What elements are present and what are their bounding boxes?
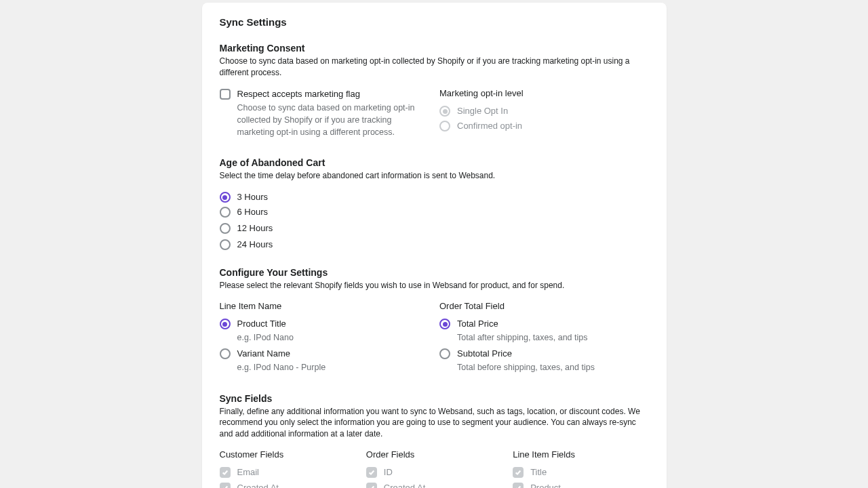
abandoned-1-label: 6 Hours: [237, 206, 649, 218]
variant-name-help: e.g. IPod Nano - Purple: [237, 361, 429, 373]
marketing-consent-title: Marketing Consent: [220, 43, 649, 54]
sync-settings-card: Sync Settings Marketing Consent Choose t…: [202, 3, 667, 488]
single-optin-radio: [439, 106, 450, 117]
line-item-name-label: Line Item Name: [220, 301, 429, 311]
field-checkbox: [366, 467, 377, 478]
abandoned-0-label: 3 Hours: [237, 191, 649, 203]
total-price-radio[interactable]: [439, 319, 450, 329]
respect-marketing-label: Respect accepts marketing flag: [237, 88, 429, 100]
product-title-radio[interactable]: [220, 319, 231, 329]
abandoned-3-label: 24 Hours: [237, 239, 649, 251]
field-checkbox: [220, 483, 231, 488]
field-label: Created At: [237, 482, 355, 488]
variant-name-radio[interactable]: [220, 348, 231, 359]
customer-fields-label: Customer Fields: [220, 449, 355, 460]
field-label: ID: [384, 466, 502, 479]
field-checkbox: [513, 467, 524, 478]
abandoned-cart-desc: Select the time delay before abandoned c…: [220, 170, 649, 182]
field-label: Title: [530, 466, 648, 479]
abandoned-2-label: 12 Hours: [237, 222, 649, 235]
abandoned-1-radio[interactable]: [220, 207, 231, 218]
abandoned-cart-section: Age of Abandoned Cart Select the time de…: [220, 157, 649, 252]
lineitem-fields-label: Line Item Fields: [513, 449, 648, 460]
field-checkbox: [220, 467, 231, 478]
confirmed-optin-label: Confirmed opt-in: [457, 120, 649, 132]
configure-desc: Please select the relevant Shopify field…: [220, 280, 649, 291]
marketing-optin-level-label: Marketing opt-in level: [439, 88, 649, 98]
field-label: Created At: [384, 482, 502, 488]
abandoned-cart-title: Age of Abandoned Cart: [220, 157, 649, 168]
order-total-field-label: Order Total Field: [439, 301, 649, 311]
field-label: Email: [237, 466, 355, 479]
subtotal-price-help: Total before shipping, taxes, and tips: [457, 361, 649, 373]
single-optin-label: Single Opt In: [457, 105, 649, 117]
marketing-consent-section: Marketing Consent Choose to sync data ba…: [220, 43, 649, 142]
product-title-help: e.g. IPod Nano: [237, 331, 429, 344]
page-title: Sync Settings: [220, 16, 649, 28]
total-price-label: Total Price: [457, 318, 649, 330]
configure-section: Configure Your Settings Please select th…: [220, 267, 649, 378]
configure-title: Configure Your Settings: [220, 267, 649, 278]
subtotal-price-radio[interactable]: [439, 348, 450, 359]
subtotal-price-label: Subtotal Price: [457, 348, 649, 360]
field-label: Product: [530, 482, 648, 488]
sync-fields-desc: Finally, define any additional informati…: [220, 406, 649, 440]
product-title-label: Product Title: [237, 318, 429, 330]
abandoned-3-radio[interactable]: [220, 239, 231, 250]
field-checkbox: [513, 483, 524, 488]
sync-fields-section: Sync Fields Finally, define any addition…: [220, 393, 649, 488]
abandoned-0-radio[interactable]: [220, 192, 231, 203]
sync-fields-title: Sync Fields: [220, 393, 649, 404]
total-price-help: Total after shipping, taxes, and tips: [457, 331, 649, 344]
abandoned-2-radio[interactable]: [220, 223, 231, 234]
confirmed-optin-radio: [439, 121, 450, 131]
respect-marketing-checkbox[interactable]: [220, 89, 231, 100]
field-checkbox: [366, 483, 377, 488]
respect-marketing-help: Choose to sync data based on marketing o…: [237, 102, 429, 138]
variant-name-label: Variant Name: [237, 348, 429, 360]
order-fields-label: Order Fields: [366, 449, 502, 460]
marketing-consent-desc: Choose to sync data based on marketing o…: [220, 56, 649, 79]
